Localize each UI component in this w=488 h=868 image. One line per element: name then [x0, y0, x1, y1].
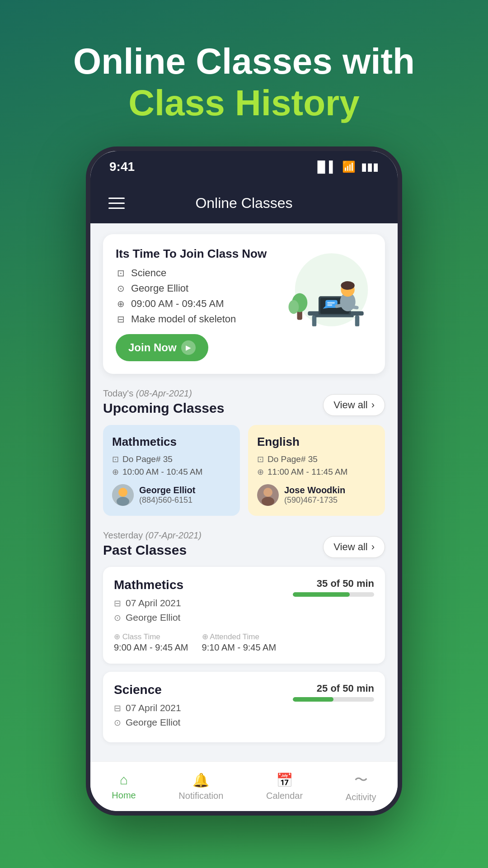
book-icon: ⊡: [116, 268, 126, 278]
english-teacher-avatar: [257, 484, 279, 506]
math-teacher-info: George Elliot (884)560-6151: [139, 485, 195, 505]
english-task: Do Page# 35: [267, 454, 318, 464]
svg-rect-11: [327, 302, 335, 304]
upcoming-date: Today's (08-Apr-2021): [103, 388, 224, 399]
past-science-left: Science ⊟ 07 April 2021 ⊙ George Elliot: [114, 683, 181, 731]
svg-rect-6: [355, 316, 360, 326]
math-teacher-phone: (884)560-6151: [139, 495, 195, 505]
past-math-date-row: ⊟ 07 April 2021: [114, 598, 183, 609]
nav-activity[interactable]: 〜 Acitivity: [337, 767, 385, 806]
math-task: Do Page# 35: [122, 454, 173, 464]
past-science-progress-bar: [293, 697, 333, 702]
past-math-teacher: George Elliot: [126, 612, 180, 623]
play-icon: ▶: [181, 340, 196, 355]
past-math-attended-label: ⊕ Attended Time: [202, 632, 277, 642]
upcoming-class-card-math[interactable]: Mathmetics ⊡ Do Page# 35 ⊕ 10:00 AM - 10…: [103, 425, 240, 516]
join-note-row: ⊟ Make model of skeleton: [116, 313, 282, 325]
headline-line2: Class History: [27, 82, 461, 124]
svg-point-23: [263, 488, 272, 497]
upcoming-header-left: Today's (08-Apr-2021) Upcoming Classes: [103, 388, 224, 416]
math-teacher-name: George Elliot: [139, 485, 195, 495]
wifi-icon: 📶: [342, 160, 356, 173]
activity-icon: 〜: [354, 771, 368, 789]
nav-home[interactable]: ⌂ Home: [103, 769, 145, 804]
past-view-all-button[interactable]: View all ›: [323, 536, 385, 558]
nav-calendar-label: Calendar: [266, 791, 303, 801]
illustration: [282, 247, 372, 333]
past-science-date: 07 April 2021: [126, 703, 181, 713]
svg-rect-5: [312, 316, 317, 326]
past-date-val: (07-Apr-2021): [145, 530, 202, 540]
math-teacher-avatar: [112, 484, 134, 506]
join-now-label: Join Now: [128, 341, 177, 354]
past-math-progress-label: 35 of 50 min: [317, 578, 374, 590]
math-subject: Mathmetics: [112, 435, 231, 449]
past-science-teacher: George Elliot: [126, 717, 180, 728]
past-science-subject: Science: [114, 683, 181, 697]
upcoming-section-header: Today's (08-Apr-2021) Upcoming Classes V…: [103, 388, 385, 416]
past-math-teacher-row: ⊙ George Elliot: [114, 612, 183, 623]
svg-point-3: [289, 300, 299, 314]
join-time: 09:00 AM - 09:45 AM: [131, 298, 224, 310]
past-view-all-label: View all: [333, 541, 367, 553]
app-header: Online Classes: [90, 183, 398, 223]
note-icon: ⊟: [116, 314, 126, 325]
past-math-attended-time: 9:10 AM - 9:45 AM: [202, 642, 277, 652]
past-date: Yesterday (07-Apr-2021): [103, 530, 202, 541]
upcoming-view-all-button[interactable]: View all ›: [323, 394, 385, 416]
join-time-row: ⊕ 09:00 AM - 09:45 AM: [116, 298, 282, 310]
phone-content[interactable]: Its Time To Join Class Now ⊡ Science ⊙ G…: [90, 223, 398, 761]
nav-home-label: Home: [112, 790, 136, 801]
person-icon2: ⊙: [114, 613, 121, 623]
calendar-icon: 📅: [276, 772, 293, 788]
clock-mini-icon: ⊕: [112, 467, 119, 477]
past-chevron-icon: ›: [371, 541, 375, 553]
english-task-row: ⊡ Do Page# 35: [257, 454, 376, 464]
english-time-row: ⊕ 11:00 AM - 11:45 AM: [257, 467, 376, 477]
nav-calendar[interactable]: 📅 Calendar: [257, 769, 312, 805]
past-math-attended-time-col: ⊕ Attended Time 9:10 AM - 9:45 AM: [202, 632, 277, 653]
cal-icon2: ⊟: [114, 703, 121, 713]
join-card-title: Its Time To Join Class Now: [116, 247, 282, 261]
book-mini-icon2: ⊡: [257, 454, 264, 464]
nav-activity-label: Acitivity: [346, 792, 376, 802]
join-subject-row: ⊡ Science: [116, 267, 282, 279]
home-icon: ⌂: [120, 772, 128, 788]
past-math-date: 07 April 2021: [126, 598, 181, 609]
clock-mini-icon2: ⊕: [257, 467, 264, 477]
hamburger-menu[interactable]: [108, 198, 125, 209]
join-now-button[interactable]: Join Now ▶: [116, 334, 208, 361]
past-math-progress: 35 of 50 min: [293, 578, 374, 597]
past-math-subject: Mathmetics: [114, 578, 183, 592]
past-math-class-time-label: ⊕ Class Time: [114, 632, 188, 642]
past-science-progress-label: 25 of 50 min: [317, 683, 374, 694]
upcoming-grid: Mathmetics ⊡ Do Page# 35 ⊕ 10:00 AM - 10…: [103, 425, 385, 516]
past-math-left: Mathmetics ⊟ 07 April 2021 ⊙ George Elli…: [114, 578, 183, 627]
english-teacher-row: Jose Woodkin (590)467-1735: [257, 484, 376, 506]
bottom-nav: ⌂ Home 🔔 Notification 📅 Calendar 〜 Aciti…: [90, 761, 398, 811]
svg-point-16: [341, 281, 354, 290]
english-teacher-info: Jose Woodkin (590)467-1735: [284, 485, 345, 505]
headline-section: Online Classes with Class History: [0, 0, 488, 146]
nav-notification-label: Notification: [178, 791, 223, 801]
join-note: Make model of skeleton: [131, 313, 236, 325]
phone-shell: 9:41 ▐▌▌ 📶 ▮▮▮ Online Classes Its Time T…: [86, 146, 402, 816]
past-math-class-time: 9:00 AM - 9:45 AM: [114, 642, 188, 652]
math-task-row: ⊡ Do Page# 35: [112, 454, 231, 464]
upcoming-view-all-label: View all: [333, 399, 367, 411]
english-teacher-phone: (590)467-1735: [284, 495, 345, 505]
past-math-class-time-col: ⊕ Class Time 9:00 AM - 9:45 AM: [114, 632, 188, 653]
past-math-progress-bar: [293, 592, 350, 597]
status-bar: 9:41 ▐▌▌ 📶 ▮▮▮: [90, 151, 398, 183]
desk-illustration: [284, 247, 370, 333]
nav-notification[interactable]: 🔔 Notification: [169, 769, 232, 805]
english-subject: English: [257, 435, 376, 449]
svg-point-24: [262, 497, 274, 506]
status-time: 9:41: [109, 160, 135, 174]
upcoming-class-card-english[interactable]: English ⊡ Do Page# 35 ⊕ 11:00 AM - 11:45…: [248, 425, 385, 516]
clock-icon: ⊕: [116, 298, 126, 309]
headline-line1: Online Classes with: [27, 41, 461, 82]
book-mini-icon: ⊡: [112, 454, 119, 464]
math-teacher-row: George Elliot (884)560-6151: [112, 484, 231, 506]
person-icon3: ⊙: [114, 717, 121, 728]
